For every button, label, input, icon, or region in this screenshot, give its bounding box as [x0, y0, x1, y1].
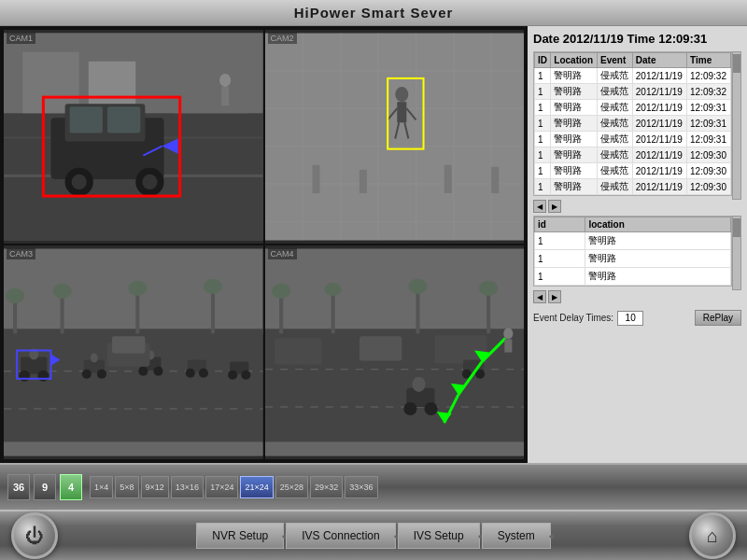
- nav-tab-nvr-setup[interactable]: NVR Setup: [196, 523, 284, 549]
- camera-grid: CAM1: [0, 26, 528, 463]
- svg-point-97: [403, 402, 416, 415]
- svg-rect-89: [416, 291, 419, 333]
- svg-point-66: [97, 370, 106, 379]
- right-panel: Date 2012/11/19 Time 12:09:31 ID Locatio…: [528, 26, 747, 463]
- svg-point-60: [37, 371, 49, 382]
- channel-btn-4[interactable]: 4: [60, 474, 82, 500]
- grid-btn-5x8[interactable]: 5×8: [115, 476, 138, 498]
- replay-button[interactable]: RePlay: [695, 310, 741, 326]
- svg-point-78: [228, 371, 237, 380]
- event-table-row[interactable]: 1警明路侵戒范2012/11/1912:09:31: [535, 100, 731, 116]
- svg-point-53: [52, 284, 71, 299]
- app-title: HiPower Smart Sever: [294, 5, 454, 21]
- event-table-row[interactable]: 1警明路侵戒范2012/11/1912:09:31: [535, 116, 731, 132]
- channel-btn-36[interactable]: 36: [7, 474, 30, 500]
- svg-rect-91: [486, 293, 490, 333]
- event-table-row[interactable]: 1警明路侵戒范2012/11/1912:09:31: [535, 132, 731, 147]
- camera-cell-3[interactable]: CAM3: [4, 245, 263, 459]
- nav-tab-ivs-conn-label: IVS Connection: [302, 529, 379, 542]
- col-date: Date: [632, 53, 686, 68]
- svg-point-88: [324, 283, 341, 296]
- bottom-table-scrollbar[interactable]: [732, 216, 741, 290]
- bottom-table: id location 1警明路1警明路1警明路: [534, 217, 731, 286]
- svg-rect-110: [504, 339, 512, 352]
- col-id: ID: [535, 53, 551, 68]
- bottom-table-row[interactable]: 1警明路: [535, 232, 731, 250]
- bottom-table-wrapper: id location 1警明路1警明路1警明路: [533, 216, 741, 290]
- svg-rect-93: [275, 338, 321, 364]
- svg-rect-76: [112, 336, 145, 353]
- svg-point-17: [219, 74, 231, 87]
- bottom-toolbar: 36 9 4 1×4 5×8 9×12 13×16 17×24 21×24 25…: [0, 463, 747, 510]
- nav-tab-system-label: System: [498, 529, 535, 542]
- col-btm-id: id: [535, 217, 585, 232]
- svg-point-57: [204, 279, 222, 294]
- svg-point-15: [142, 175, 157, 189]
- svg-rect-11: [107, 106, 140, 133]
- nav-tabs: NVR Setup IVS Connection IVS Setup Syste…: [58, 523, 689, 549]
- nav-tab-ivs-setup[interactable]: IVS Setup: [398, 523, 480, 549]
- nav-right2-btn[interactable]: ▶: [548, 290, 561, 303]
- grid-btn-1x4[interactable]: 1×4: [90, 476, 113, 498]
- power-icon: ⏻: [25, 525, 44, 547]
- event-table-row[interactable]: 1警明路侵戒范2012/11/1912:09:30: [535, 179, 731, 195]
- event-delay-input[interactable]: [617, 311, 643, 326]
- svg-point-67: [91, 354, 98, 363]
- grid-btn-29x32[interactable]: 29×32: [310, 476, 343, 498]
- camera-cell-2[interactable]: CAM2: [265, 30, 525, 244]
- svg-rect-41: [312, 165, 319, 193]
- svg-rect-84: [265, 441, 525, 455]
- svg-point-69: [138, 367, 148, 376]
- col-time: Time: [687, 53, 731, 68]
- event-table-row[interactable]: 1警明路侵戒范2012/11/1912:09:32: [535, 84, 731, 100]
- cam1-label: CAM1: [7, 33, 35, 44]
- svg-point-65: [82, 370, 92, 379]
- svg-rect-10: [70, 106, 103, 133]
- nav-left-btn[interactable]: ◀: [533, 200, 546, 213]
- svg-point-70: [153, 367, 162, 376]
- svg-point-34: [395, 87, 408, 102]
- grid-btn-13x16[interactable]: 13×16: [171, 476, 204, 498]
- event-table-row[interactable]: 1警明路侵戒范2012/11/1912:09:32: [535, 68, 731, 84]
- svg-point-55: [128, 281, 147, 296]
- svg-point-13: [72, 175, 87, 189]
- svg-rect-18: [221, 87, 229, 105]
- nav-bar: ⏻ NVR Setup IVS Connection IVS Setup Sys…: [0, 510, 747, 560]
- home-button[interactable]: ⌂: [689, 512, 736, 559]
- nav-tab-system[interactable]: System: [482, 523, 551, 549]
- svg-point-51: [6, 288, 24, 303]
- camera-cell-1[interactable]: CAM1: [4, 30, 263, 244]
- event-table-scrollbar[interactable]: [732, 51, 741, 200]
- channel-btn-9[interactable]: 9: [34, 474, 56, 500]
- cam4-label: CAM4: [268, 248, 297, 259]
- power-button[interactable]: ⏻: [11, 512, 58, 559]
- col-location: Location: [551, 53, 598, 68]
- svg-rect-42: [359, 170, 366, 193]
- svg-rect-43: [444, 165, 451, 193]
- svg-rect-94: [434, 335, 486, 363]
- svg-point-90: [408, 279, 427, 294]
- grid-btn-21x24[interactable]: 21×24: [240, 476, 273, 498]
- nav-tab-ivs-connection[interactable]: IVS Connection: [286, 523, 395, 549]
- svg-point-86: [272, 284, 290, 299]
- svg-rect-85: [279, 296, 283, 333]
- svg-rect-52: [61, 296, 64, 333]
- title-bar: HiPower Smart Sever: [0, 0, 747, 26]
- event-delay-row: Event Delay Times: RePlay: [533, 310, 741, 326]
- camera-cell-4[interactable]: CAM4: [265, 245, 525, 459]
- main-content: CAM1: [0, 26, 747, 463]
- svg-rect-95: [359, 336, 401, 360]
- svg-rect-56: [211, 291, 215, 333]
- grid-btn-9x12[interactable]: 9×12: [141, 476, 169, 498]
- bottom-table-row[interactable]: 1警明路: [535, 268, 731, 286]
- nav-right-btn[interactable]: ▶: [548, 200, 561, 213]
- event-table-row[interactable]: 1警明路侵戒范2012/11/1912:09:30: [535, 163, 731, 179]
- grid-btn-33x36[interactable]: 33×36: [345, 476, 377, 498]
- event-table-row[interactable]: 1警明路侵戒范2012/11/1912:09:30: [535, 147, 731, 163]
- grid-btn-17x24[interactable]: 17×24: [205, 476, 238, 498]
- grid-btn-25x28[interactable]: 25×28: [275, 476, 308, 498]
- svg-point-59: [19, 371, 30, 382]
- nav-left2-btn[interactable]: ◀: [533, 290, 546, 303]
- event-table: ID Location Event Date Time 1警明路侵戒范2012/…: [534, 52, 731, 195]
- bottom-table-row[interactable]: 1警明路: [535, 250, 731, 268]
